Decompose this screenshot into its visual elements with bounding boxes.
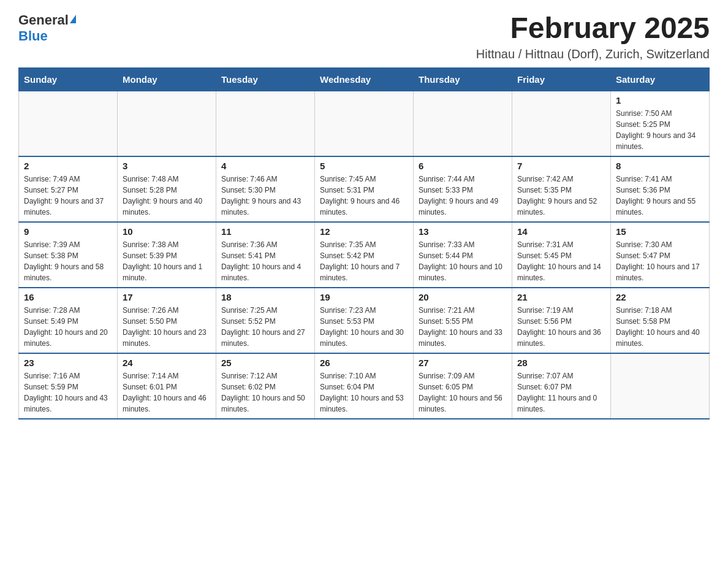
calendar-day-cell [315, 91, 414, 156]
logo-general-text: General [18, 12, 76, 28]
day-number: 24 [123, 358, 211, 368]
page-subtitle: Hittnau / Hittnau (Dorf), Zurich, Switze… [476, 47, 710, 61]
day-info: Sunrise: 7:44 AM Sunset: 5:33 PM Dayligh… [419, 174, 507, 218]
calendar-body: 1Sunrise: 7:50 AM Sunset: 5:25 PM Daylig… [19, 91, 710, 419]
calendar-day-cell: 26Sunrise: 7:10 AM Sunset: 6:04 PM Dayli… [315, 353, 414, 419]
day-number: 11 [221, 226, 309, 237]
day-number: 8 [616, 161, 704, 171]
day-number: 13 [419, 226, 507, 237]
weekday-header-thursday: Thursday [414, 67, 512, 91]
day-number: 14 [517, 226, 605, 237]
calendar-day-cell: 9Sunrise: 7:39 AM Sunset: 5:38 PM Daylig… [19, 222, 118, 288]
day-info: Sunrise: 7:23 AM Sunset: 5:53 PM Dayligh… [320, 305, 408, 349]
calendar-day-cell: 28Sunrise: 7:07 AM Sunset: 6:07 PM Dayli… [512, 353, 611, 419]
calendar-day-cell [19, 91, 118, 156]
calendar-day-cell: 20Sunrise: 7:21 AM Sunset: 5:55 PM Dayli… [414, 288, 512, 353]
calendar-week-row: 23Sunrise: 7:16 AM Sunset: 5:59 PM Dayli… [19, 353, 710, 419]
day-info: Sunrise: 7:28 AM Sunset: 5:49 PM Dayligh… [24, 305, 112, 349]
day-info: Sunrise: 7:33 AM Sunset: 5:44 PM Dayligh… [419, 239, 507, 283]
day-number: 15 [616, 226, 704, 237]
calendar-day-cell: 17Sunrise: 7:26 AM Sunset: 5:50 PM Dayli… [118, 288, 216, 353]
day-info: Sunrise: 7:26 AM Sunset: 5:50 PM Dayligh… [123, 305, 211, 349]
day-number: 25 [221, 358, 309, 368]
day-info: Sunrise: 7:45 AM Sunset: 5:31 PM Dayligh… [320, 174, 408, 218]
calendar-day-cell [512, 91, 611, 156]
day-number: 18 [221, 292, 309, 302]
day-info: Sunrise: 7:12 AM Sunset: 6:02 PM Dayligh… [221, 370, 309, 415]
calendar-day-cell: 25Sunrise: 7:12 AM Sunset: 6:02 PM Dayli… [216, 353, 315, 419]
calendar-day-cell: 8Sunrise: 7:41 AM Sunset: 5:36 PM Daylig… [611, 156, 710, 222]
day-number: 5 [320, 161, 408, 171]
calendar-day-cell: 11Sunrise: 7:36 AM Sunset: 5:41 PM Dayli… [216, 222, 315, 288]
day-number: 6 [419, 161, 507, 171]
header: General Blue February 2025 Hittnau / Hit… [18, 12, 710, 61]
day-number: 16 [24, 292, 112, 302]
day-info: Sunrise: 7:42 AM Sunset: 5:35 PM Dayligh… [517, 174, 605, 218]
calendar-week-row: 1Sunrise: 7:50 AM Sunset: 5:25 PM Daylig… [19, 91, 710, 156]
day-info: Sunrise: 7:39 AM Sunset: 5:38 PM Dayligh… [24, 239, 112, 283]
weekday-header-monday: Monday [118, 67, 216, 91]
day-info: Sunrise: 7:19 AM Sunset: 5:56 PM Dayligh… [517, 305, 605, 349]
calendar-day-cell: 24Sunrise: 7:14 AM Sunset: 6:01 PM Dayli… [118, 353, 216, 419]
page-title: February 2025 [476, 12, 710, 45]
calendar-day-cell [118, 91, 216, 156]
weekday-header-friday: Friday [512, 67, 611, 91]
calendar-day-cell: 23Sunrise: 7:16 AM Sunset: 5:59 PM Dayli… [19, 353, 118, 419]
day-number: 7 [517, 161, 605, 171]
title-area: February 2025 Hittnau / Hittnau (Dorf), … [476, 12, 710, 61]
day-info: Sunrise: 7:10 AM Sunset: 6:04 PM Dayligh… [320, 370, 408, 415]
day-info: Sunrise: 7:49 AM Sunset: 5:27 PM Dayligh… [24, 174, 112, 218]
day-number: 20 [419, 292, 507, 302]
day-info: Sunrise: 7:48 AM Sunset: 5:28 PM Dayligh… [123, 174, 211, 218]
day-info: Sunrise: 7:38 AM Sunset: 5:39 PM Dayligh… [123, 239, 211, 283]
calendar-day-cell: 10Sunrise: 7:38 AM Sunset: 5:39 PM Dayli… [118, 222, 216, 288]
day-number: 28 [517, 358, 605, 368]
calendar-header: SundayMondayTuesdayWednesdayThursdayFrid… [19, 67, 710, 91]
calendar-day-cell [216, 91, 315, 156]
calendar-table: SundayMondayTuesdayWednesdayThursdayFrid… [18, 67, 710, 419]
calendar-day-cell: 7Sunrise: 7:42 AM Sunset: 5:35 PM Daylig… [512, 156, 611, 222]
calendar-day-cell: 12Sunrise: 7:35 AM Sunset: 5:42 PM Dayli… [315, 222, 414, 288]
day-info: Sunrise: 7:14 AM Sunset: 6:01 PM Dayligh… [123, 370, 211, 415]
calendar-week-row: 9Sunrise: 7:39 AM Sunset: 5:38 PM Daylig… [19, 222, 710, 288]
calendar-week-row: 16Sunrise: 7:28 AM Sunset: 5:49 PM Dayli… [19, 288, 710, 353]
day-number: 10 [123, 226, 211, 237]
calendar-day-cell: 15Sunrise: 7:30 AM Sunset: 5:47 PM Dayli… [611, 222, 710, 288]
calendar-day-cell: 2Sunrise: 7:49 AM Sunset: 5:27 PM Daylig… [19, 156, 118, 222]
calendar-day-cell: 5Sunrise: 7:45 AM Sunset: 5:31 PM Daylig… [315, 156, 414, 222]
day-number: 26 [320, 358, 408, 368]
day-info: Sunrise: 7:07 AM Sunset: 6:07 PM Dayligh… [517, 370, 605, 415]
calendar-day-cell: 6Sunrise: 7:44 AM Sunset: 5:33 PM Daylig… [414, 156, 512, 222]
weekday-header-row: SundayMondayTuesdayWednesdayThursdayFrid… [19, 67, 710, 91]
day-info: Sunrise: 7:25 AM Sunset: 5:52 PM Dayligh… [221, 305, 309, 349]
day-info: Sunrise: 7:41 AM Sunset: 5:36 PM Dayligh… [616, 174, 704, 218]
weekday-header-wednesday: Wednesday [315, 67, 414, 91]
calendar-day-cell: 1Sunrise: 7:50 AM Sunset: 5:25 PM Daylig… [611, 91, 710, 156]
day-number: 17 [123, 292, 211, 302]
day-number: 1 [616, 95, 704, 105]
day-info: Sunrise: 7:35 AM Sunset: 5:42 PM Dayligh… [320, 239, 408, 283]
day-info: Sunrise: 7:50 AM Sunset: 5:25 PM Dayligh… [616, 108, 704, 152]
day-number: 4 [221, 161, 309, 171]
day-info: Sunrise: 7:46 AM Sunset: 5:30 PM Dayligh… [221, 174, 309, 218]
day-number: 12 [320, 226, 408, 237]
calendar-day-cell: 4Sunrise: 7:46 AM Sunset: 5:30 PM Daylig… [216, 156, 315, 222]
day-number: 2 [24, 161, 112, 171]
calendar-day-cell: 21Sunrise: 7:19 AM Sunset: 5:56 PM Dayli… [512, 288, 611, 353]
calendar-day-cell: 16Sunrise: 7:28 AM Sunset: 5:49 PM Dayli… [19, 288, 118, 353]
calendar-week-row: 2Sunrise: 7:49 AM Sunset: 5:27 PM Daylig… [19, 156, 710, 222]
day-number: 9 [24, 226, 112, 237]
calendar-day-cell [414, 91, 512, 156]
weekday-header-sunday: Sunday [19, 67, 118, 91]
day-number: 3 [123, 161, 211, 171]
day-number: 21 [517, 292, 605, 302]
day-number: 23 [24, 358, 112, 368]
logo-blue-label: Blue [18, 28, 48, 44]
day-info: Sunrise: 7:21 AM Sunset: 5:55 PM Dayligh… [419, 305, 507, 349]
calendar-day-cell: 14Sunrise: 7:31 AM Sunset: 5:45 PM Dayli… [512, 222, 611, 288]
calendar-day-cell: 27Sunrise: 7:09 AM Sunset: 6:05 PM Dayli… [414, 353, 512, 419]
day-info: Sunrise: 7:31 AM Sunset: 5:45 PM Dayligh… [517, 239, 605, 283]
day-info: Sunrise: 7:36 AM Sunset: 5:41 PM Dayligh… [221, 239, 309, 283]
weekday-header-saturday: Saturday [611, 67, 710, 91]
logo-triangle-icon [70, 15, 76, 23]
